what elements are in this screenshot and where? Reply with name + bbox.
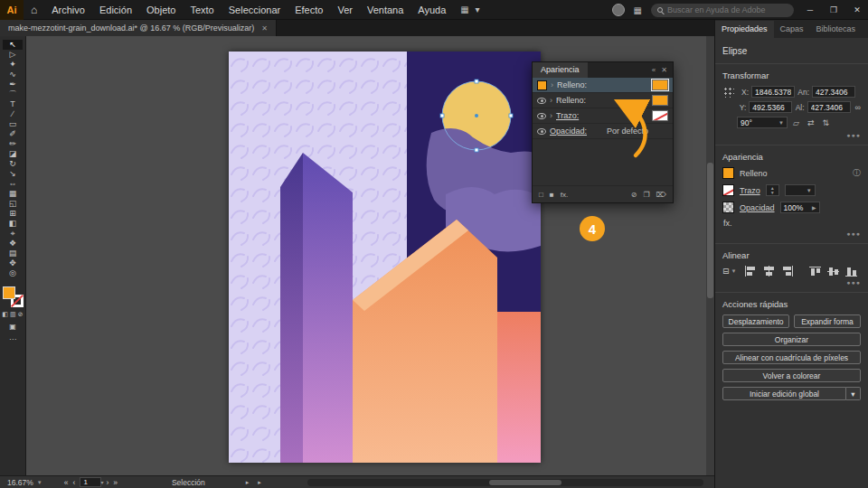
- expander-icon[interactable]: ›: [551, 80, 553, 89]
- help-search-input[interactable]: [667, 5, 788, 14]
- visibility-eye-icon[interactable]: [537, 113, 546, 119]
- menu-texto[interactable]: Texto: [183, 0, 221, 20]
- align-bottom-icon[interactable]: [844, 266, 858, 277]
- gradient-mode-icon[interactable]: ▥: [10, 311, 16, 318]
- home-icon[interactable]: ⌂: [24, 4, 44, 16]
- curvature-tool[interactable]: ⌒: [3, 89, 23, 99]
- stroke-weight-stepper[interactable]: ▲▼: [766, 184, 779, 196]
- global-edit-caret-button[interactable]: ▾: [846, 387, 861, 400]
- status-menu-arrows-icon[interactable]: ▸ ▸: [246, 479, 265, 486]
- color-mode-icon[interactable]: ◧: [2, 311, 8, 318]
- align-to-dropdown-icon[interactable]: ⊟ ▼: [722, 267, 737, 276]
- line-segment-tool[interactable]: ∕: [3, 109, 23, 119]
- magic-wand-tool[interactable]: ✦: [3, 60, 23, 70]
- app-logo[interactable]: Ai: [0, 0, 24, 20]
- artboard-number-input[interactable]: [83, 478, 94, 486]
- expander-icon[interactable]: ›: [550, 111, 552, 120]
- align-pixel-grid-button[interactable]: Alinear con cuadrícula de píxeles: [722, 351, 861, 364]
- visibility-eye-icon[interactable]: [537, 98, 546, 104]
- appearance-row-fill-1[interactable]: › Relleno:: [533, 78, 673, 93]
- draw-mode-icon[interactable]: ▣: [9, 323, 16, 331]
- fill-swatch-control[interactable]: [652, 95, 668, 106]
- arrange-button[interactable]: Organizar: [722, 333, 861, 346]
- stroke-swatch-control[interactable]: [652, 110, 668, 121]
- add-fill-icon[interactable]: ■: [550, 191, 554, 199]
- help-search[interactable]: [651, 4, 794, 17]
- tab-capas[interactable]: Capas: [774, 21, 810, 38]
- fill-label[interactable]: Relleno: [740, 169, 768, 178]
- apps-grid-icon[interactable]: ▦: [634, 5, 642, 15]
- fill-swatch-control[interactable]: [652, 80, 668, 90]
- recolor-button[interactable]: Volver a colorear: [722, 369, 861, 382]
- appearance-panel-header[interactable]: Apariencia « ✕: [533, 62, 673, 78]
- fill-stroke-indicator[interactable]: [2, 286, 24, 307]
- global-edit-button[interactable]: Iniciar edición global: [722, 387, 846, 400]
- hand-tool[interactable]: ✥: [3, 258, 23, 268]
- fill-swatch[interactable]: [3, 286, 15, 299]
- delete-item-icon[interactable]: ⌦: [656, 191, 666, 199]
- menu-edicion[interactable]: Edición: [92, 0, 139, 20]
- height-field[interactable]: [807, 101, 851, 113]
- eyedropper-tool[interactable]: ⌖: [3, 229, 23, 239]
- align-left-icon[interactable]: [744, 266, 758, 277]
- direct-selection-tool[interactable]: ▷: [3, 50, 23, 60]
- stroke-color-swatch-icon[interactable]: [722, 184, 734, 196]
- last-artboard-icon[interactable]: »: [113, 478, 118, 487]
- zoom-caret-icon[interactable]: ▼: [33, 480, 46, 485]
- flip-vertical-icon[interactable]: ⇅: [819, 118, 832, 127]
- mesh-tool[interactable]: ⊞: [3, 209, 23, 219]
- menu-ver[interactable]: Ver: [330, 0, 360, 20]
- opacity-checker-icon[interactable]: [722, 202, 734, 213]
- user-avatar[interactable]: [612, 4, 625, 16]
- free-transform-tool[interactable]: ▦: [3, 189, 23, 199]
- menu-objeto[interactable]: Objeto: [139, 0, 183, 20]
- clear-appearance-icon[interactable]: ⊘: [631, 191, 637, 199]
- menu-seleccionar[interactable]: Seleccionar: [222, 0, 288, 20]
- flip-horizontal-icon[interactable]: ⇄: [805, 118, 817, 127]
- shape-builder-tool[interactable]: ◱: [3, 199, 23, 209]
- eraser-tool[interactable]: ◪: [3, 149, 23, 159]
- canvas-horizontal-scrollbar[interactable]: [307, 479, 703, 486]
- align-top-icon[interactable]: [808, 266, 822, 277]
- selection-tool[interactable]: ↖: [3, 40, 23, 50]
- pencil-tool[interactable]: ✏: [3, 139, 23, 149]
- fx-label[interactable]: fx.: [723, 219, 861, 228]
- width-field[interactable]: [812, 86, 855, 98]
- lasso-tool[interactable]: ∿: [3, 70, 23, 80]
- workspace-switcher-icon[interactable]: ▦ ▾: [453, 5, 488, 14]
- panel-collapse-icon[interactable]: «: [652, 66, 656, 74]
- width-tool[interactable]: ⇔: [3, 179, 23, 189]
- x-field[interactable]: [751, 86, 795, 98]
- rotate-tool[interactable]: ↻: [3, 159, 23, 169]
- expander-icon[interactable]: ›: [550, 96, 552, 105]
- rotation-angle-select[interactable]: 90° ▼: [737, 117, 788, 128]
- opacity-label[interactable]: Opacidad: [740, 203, 775, 212]
- canvas-vertical-scrollbar[interactable]: [706, 36, 714, 475]
- transform-more-options-icon[interactable]: ●●●: [722, 132, 861, 138]
- panel-close-icon[interactable]: ✕: [661, 66, 667, 74]
- stroke-weight-select[interactable]: ▼: [785, 184, 816, 196]
- tab-propiedades[interactable]: Propiedades: [715, 21, 774, 38]
- document-tab[interactable]: make-mezzotint-grain_download.ai* @ 16.6…: [0, 20, 277, 36]
- menu-archivo[interactable]: Archivo: [44, 0, 92, 20]
- artboard[interactable]: [229, 52, 541, 463]
- stroke-label[interactable]: Trazo: [740, 186, 760, 195]
- duplicate-item-icon[interactable]: ❐: [644, 191, 650, 199]
- reference-point-icon[interactable]: [722, 86, 734, 98]
- visibility-eye-icon[interactable]: [537, 128, 546, 135]
- opacity-select[interactable]: 100% ▶: [780, 202, 820, 213]
- first-artboard-icon[interactable]: «: [64, 478, 69, 487]
- pen-tool[interactable]: ✒: [3, 80, 23, 89]
- appearance-row-label[interactable]: Trazo:: [556, 111, 579, 120]
- document-tab-close-icon[interactable]: ✕: [261, 24, 268, 33]
- align-middle-vertical-icon[interactable]: [826, 266, 840, 277]
- paintbrush-tool[interactable]: ✐: [3, 129, 23, 139]
- prev-artboard-icon[interactable]: ‹: [73, 478, 76, 487]
- expand-shape-button[interactable]: Expandir forma: [794, 314, 861, 328]
- appearance-row-label[interactable]: Relleno:: [557, 80, 587, 89]
- canvas-vertical-scrollbar-thumb[interactable]: [707, 163, 713, 298]
- offset-button[interactable]: Desplazamiento: [722, 314, 789, 328]
- artboard-tool[interactable]: ▤: [3, 249, 23, 258]
- appearance-more-options-icon[interactable]: ●●●: [722, 230, 861, 237]
- toolbar-more-icon[interactable]: ⋯: [9, 335, 16, 343]
